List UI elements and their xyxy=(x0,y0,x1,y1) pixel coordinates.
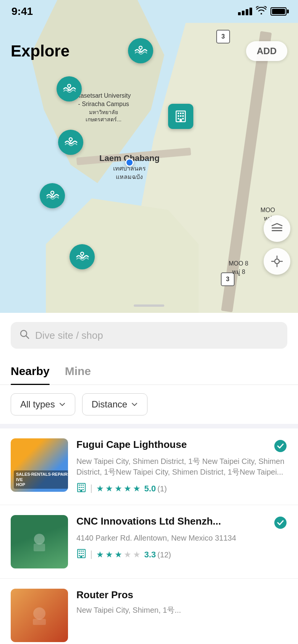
listing-type-icon-fugui xyxy=(76,483,86,495)
bottom-panel: Dive site / shop Nearby Mine All types D… xyxy=(0,313,298,644)
svg-rect-52 xyxy=(79,553,80,554)
svg-rect-22 xyxy=(178,118,179,119)
svg-rect-24 xyxy=(180,119,182,122)
dive-marker-4[interactable] xyxy=(40,183,65,208)
svg-point-9 xyxy=(51,191,54,194)
building-marker[interactable] xyxy=(168,104,193,129)
status-icons xyxy=(238,6,287,17)
signal-icon xyxy=(238,8,252,15)
svg-rect-17 xyxy=(180,113,181,114)
listing-item-cnc[interactable]: CNC Innovations Ltd Shenzh... 4140 Parke… xyxy=(0,505,298,579)
dive-marker-1[interactable] xyxy=(128,38,153,63)
tab-nearby[interactable]: Nearby xyxy=(11,359,50,385)
filter-all-types[interactable]: All types xyxy=(11,393,75,415)
tabs-section: Nearby Mine xyxy=(0,355,298,385)
search-placeholder: Dive site / shop xyxy=(35,330,103,341)
svg-rect-23 xyxy=(182,118,184,119)
dive-marker-2[interactable] xyxy=(57,76,82,101)
verified-badge-fugui xyxy=(274,439,287,453)
current-location-dot xyxy=(125,158,134,167)
map-label-moo8: MOO 8 หมู่ 8 xyxy=(228,259,248,277)
search-section: Dive site / shop xyxy=(0,313,298,355)
status-time: 9:41 xyxy=(11,5,33,18)
svg-rect-57 xyxy=(80,555,82,558)
chevron-down-icon xyxy=(59,401,66,408)
thumb-label-fugui: SALES·RENTALS·REPAIRSIVEHOP xyxy=(14,470,68,489)
svg-rect-40 xyxy=(81,487,82,488)
listing-thumb-cnc xyxy=(11,515,68,568)
rating-score-fugui: 5.0 xyxy=(144,484,156,494)
listing-name-router: Router Pros xyxy=(76,589,287,602)
svg-rect-38 xyxy=(83,485,84,486)
svg-rect-42 xyxy=(79,489,80,490)
wifi-icon xyxy=(256,6,267,17)
svg-rect-16 xyxy=(178,113,179,114)
listing-info-fugui: Fugui Cape Lighthouse New Taipei City, S… xyxy=(76,438,287,495)
svg-point-32 xyxy=(21,330,27,336)
location-target-button[interactable] xyxy=(264,248,290,275)
svg-rect-44 xyxy=(80,489,82,492)
dive-marker-5[interactable] xyxy=(70,244,95,269)
map-layer-button[interactable] xyxy=(264,215,290,242)
search-bar[interactable]: Dive site / shop xyxy=(11,322,287,349)
map-label-laem-chabang: Laem Chabang เทศบาลนคร แหลมฉบัง xyxy=(99,153,160,182)
svg-rect-19 xyxy=(178,115,179,117)
svg-rect-25 xyxy=(272,227,282,229)
map-layer-icon xyxy=(270,222,283,235)
thumb-icon-router xyxy=(26,602,53,629)
svg-point-3 xyxy=(68,84,71,87)
dive-marker-3[interactable] xyxy=(58,130,83,155)
listing-item-router[interactable]: Router Pros New Taipei City, Shimen, 1号.… xyxy=(0,579,298,644)
battery-icon xyxy=(270,7,287,16)
svg-point-6 xyxy=(69,138,72,141)
add-button[interactable]: ADD xyxy=(246,41,287,61)
svg-rect-18 xyxy=(182,113,184,114)
listing-header-fugui: Fugui Cape Lighthouse xyxy=(76,438,287,453)
listing-address-fugui: New Taipei City, Shimen District, 1号 New… xyxy=(76,456,287,477)
svg-rect-54 xyxy=(83,553,84,554)
listing-header-router: Router Pros xyxy=(76,589,287,602)
svg-point-12 xyxy=(81,252,84,255)
svg-point-0 xyxy=(139,46,142,49)
listing-address-router: New Taipei City, Shimen, 1号... xyxy=(76,605,287,615)
status-bar: 9:41 xyxy=(0,0,298,23)
svg-rect-36 xyxy=(79,485,80,486)
svg-rect-50 xyxy=(81,551,82,552)
listing-name-cnc: CNC Innovations Ltd Shenzh... xyxy=(76,515,270,528)
svg-rect-37 xyxy=(81,485,82,486)
filter-distance[interactable]: Distance xyxy=(82,393,147,415)
svg-point-34 xyxy=(274,440,287,452)
location-target-icon xyxy=(270,255,283,268)
svg-rect-51 xyxy=(83,551,84,552)
listing-info-cnc: CNC Innovations Ltd Shenzh... 4140 Parke… xyxy=(76,515,287,561)
svg-rect-21 xyxy=(182,115,184,117)
meta-divider-cnc xyxy=(91,551,92,559)
map-view[interactable]: 3 3 Kasetsart University - Sriracha Camp… xyxy=(0,0,298,313)
svg-rect-41 xyxy=(83,487,84,488)
stars-fugui: ★ ★ ★ ★ ★ 5.0 (1) xyxy=(96,484,167,494)
svg-rect-55 xyxy=(79,555,80,556)
stars-cnc: ★ ★ ★ ★ ★ 3.3 (12) xyxy=(96,550,171,560)
listing-thumb-router xyxy=(11,589,68,642)
svg-point-58 xyxy=(33,607,45,620)
road-badge-top: 3 xyxy=(216,30,230,43)
listing-type-icon-cnc xyxy=(76,549,86,561)
listing-address-cnc: 4140 Parker Rd. Allentown, New Mexico 31… xyxy=(76,533,287,543)
listing-thumb-fugui: SALES·RENTALS·REPAIRSIVEHOP xyxy=(11,438,68,492)
search-icon xyxy=(19,329,30,342)
listing-meta-fugui: ★ ★ ★ ★ ★ 5.0 (1) xyxy=(76,483,287,495)
listing-item-fugui[interactable]: SALES·RENTALS·REPAIRSIVEHOP Fugui Cape L… xyxy=(0,428,298,505)
svg-rect-39 xyxy=(79,487,80,488)
listing-name-fugui: Fugui Cape Lighthouse xyxy=(76,438,270,451)
svg-rect-49 xyxy=(79,551,80,552)
svg-line-33 xyxy=(26,336,29,338)
tab-mine[interactable]: Mine xyxy=(65,359,91,385)
svg-point-27 xyxy=(275,259,279,264)
svg-point-45 xyxy=(34,534,45,544)
svg-point-47 xyxy=(274,517,287,529)
drag-handle[interactable] xyxy=(134,304,164,307)
svg-rect-26 xyxy=(272,230,282,231)
listing-info-router: Router Pros New Taipei City, Shimen, 1号.… xyxy=(76,589,287,615)
page-title: Explore xyxy=(11,42,70,60)
section-divider xyxy=(0,424,298,428)
